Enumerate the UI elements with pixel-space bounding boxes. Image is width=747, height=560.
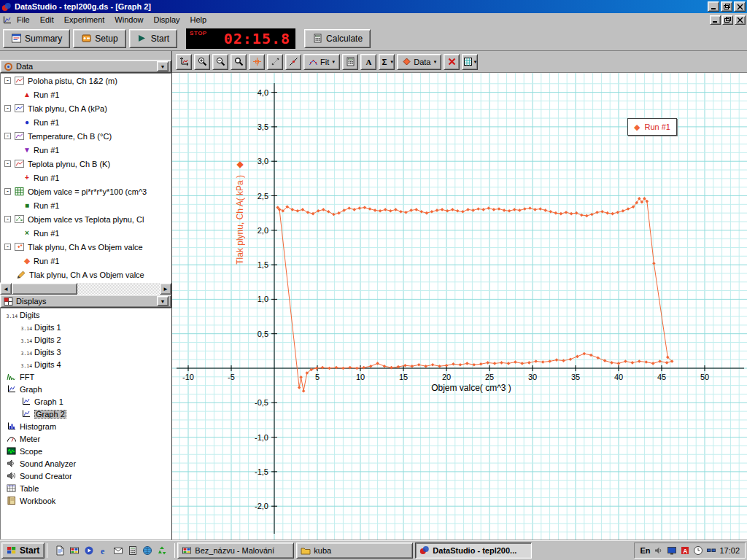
mail-shortcut[interactable] (112, 543, 125, 558)
graph-display[interactable]: -10-551015202530354045504,03,53,02,52,01… (172, 73, 747, 540)
menu-window[interactable]: Window (109, 15, 148, 25)
zoom-select-button[interactable] (231, 54, 247, 70)
display-item-digits-2[interactable]: 3.14Digits 2 (1, 333, 171, 346)
data-source-item[interactable]: -Temperature, Ch B (°C) (1, 129, 171, 143)
note-tool-button[interactable] (267, 54, 283, 70)
minimize-button[interactable] (708, 1, 719, 12)
text-annotation-button[interactable]: A (360, 54, 376, 70)
display-item-fft[interactable]: FFT (1, 370, 171, 383)
display-item-digits[interactable]: 3.14Digits (1, 308, 171, 321)
data-tree-hscrollbar[interactable]: ◄ ► (0, 283, 171, 295)
zoom-in-button[interactable] (194, 54, 210, 70)
graph-settings-button[interactable]: ▼ (462, 54, 478, 70)
network-tray-icon[interactable] (705, 545, 716, 556)
taskbar-clock[interactable]: 17:02 (719, 546, 740, 555)
setup-button[interactable]: Setup (73, 29, 125, 48)
display-item-table[interactable]: Table (1, 482, 171, 494)
run-item[interactable]: ×Run #1 (1, 226, 171, 240)
expand-toggle[interactable]: - (4, 188, 11, 195)
scrollbar-thumb[interactable] (12, 283, 77, 295)
child-minimize-button[interactable] (710, 15, 721, 25)
expand-toggle[interactable]: - (4, 216, 11, 222)
zoom-out-button[interactable] (212, 54, 228, 70)
expand-toggle[interactable]: - (4, 77, 11, 84)
calculator-shortcut[interactable] (126, 543, 139, 558)
browser-shortcut[interactable] (141, 543, 154, 558)
display-item-digits-3[interactable]: 3.14Digits 3 (1, 346, 171, 358)
display-item-graph[interactable]: Graph (1, 383, 171, 395)
summary-button[interactable]: Summary (3, 29, 70, 48)
scale-to-fit-button[interactable] (176, 54, 192, 70)
title-bar[interactable]: DataStudio - tepl200g.ds - [Graph 2] (0, 0, 747, 13)
expand-toggle[interactable]: - (4, 105, 11, 112)
x-axis-label[interactable]: Objem valce( cm^3 ) (406, 383, 537, 393)
menu-experiment[interactable]: Experiment (59, 15, 110, 25)
run-item[interactable]: ▲Run #1 (1, 88, 171, 101)
run-item[interactable]: ▼Run #1 (1, 143, 171, 157)
display-tray-icon[interactable] (666, 545, 677, 556)
data-menu-button[interactable]: Data▼ (397, 54, 441, 70)
display-item-scope[interactable]: Scope (1, 445, 171, 457)
plot-canvas[interactable]: -10-551015202530354045504,03,53,02,52,01… (172, 73, 747, 540)
expand-toggle[interactable]: - (4, 244, 11, 250)
remove-button[interactable] (444, 54, 460, 70)
run-item[interactable]: ■Run #1 (1, 198, 171, 212)
display-item-meter[interactable]: Meter (1, 432, 171, 445)
expand-toggle[interactable]: - (4, 133, 11, 139)
run-item[interactable]: ●Run #1 (1, 115, 171, 129)
internet-explorer-shortcut[interactable]: e (97, 543, 110, 558)
keyboard-layout-indicator[interactable]: En (640, 546, 650, 555)
menu-help[interactable]: Help (185, 15, 212, 25)
data-panel-dropdown-button[interactable]: ▼ (157, 61, 169, 71)
data-source-item[interactable]: -Objem valce = pi*r*r*y*100 (cm^3 (1, 184, 171, 198)
menu-display[interactable]: Display (148, 15, 185, 25)
displays-panel-header[interactable]: Displays ▼ (0, 295, 171, 308)
scroll-right-button[interactable]: ► (160, 283, 171, 295)
task-button-kuba[interactable]: kuba (296, 542, 413, 559)
volume-tray-icon[interactable] (653, 545, 664, 556)
data-source-item[interactable]: -Tlak plynu, Ch A (kPa) (1, 101, 171, 115)
data-source-item[interactable]: -Objem valce vs Teplota plynu, Cl (1, 212, 171, 226)
calculate-button[interactable]: Calculate (304, 29, 371, 48)
document-shortcut[interactable] (53, 543, 66, 558)
antivirus-tray-icon[interactable]: A (679, 545, 690, 556)
task-button-datastudio-tepl200-[interactable]: DataStudio - tepl200... (415, 542, 532, 559)
start-stop-button[interactable]: Start (129, 29, 177, 48)
display-item-histogram[interactable]: Histogram (1, 420, 171, 432)
display-item-graph-2[interactable]: Graph 2 (1, 408, 171, 420)
displays-panel-dropdown-button[interactable]: ▼ (157, 296, 169, 306)
media-player-shortcut[interactable] (82, 543, 96, 558)
menu-edit[interactable]: Edit (35, 15, 59, 25)
start-menu-button[interactable]: Start (1, 542, 44, 559)
slope-tool-button[interactable] (285, 54, 301, 70)
data-source-item[interactable]: Tlak plynu, Ch A vs Objem valce (1, 268, 171, 281)
restore-button[interactable] (721, 1, 732, 12)
display-item-sound-analyzer[interactable]: Sound Analyzer (1, 457, 171, 470)
scrollbar-track[interactable] (12, 283, 160, 295)
smart-tool-button[interactable] (249, 54, 265, 70)
menu-file[interactable]: File (12, 15, 35, 25)
fit-menu-button[interactable]: Fit▼ (303, 54, 340, 70)
calculate-tool-button[interactable] (342, 54, 358, 70)
display-item-digits-4[interactable]: 3.14Digits 4 (1, 358, 171, 370)
task-button-bez-n-zvu-malov-n-[interactable]: Bez_názvu - Malování (177, 542, 294, 559)
paint-shortcut[interactable] (68, 543, 81, 558)
display-item-graph-1[interactable]: Graph 1 (1, 395, 171, 408)
data-source-item[interactable]: -Poloha pistu, Ch 1&2 (m) (1, 74, 171, 88)
y-axis-label[interactable]: ◆ Tlak plynu, Ch A( kPa ) (235, 159, 245, 265)
display-item-sound-creator[interactable]: Sound Creator (1, 470, 171, 482)
legend[interactable]: ◆ Run #1 (627, 118, 677, 136)
scroll-left-button[interactable]: ◄ (0, 283, 12, 295)
series-run1[interactable] (276, 197, 673, 393)
child-close-button[interactable] (735, 15, 746, 25)
recycle-shortcut[interactable] (155, 543, 169, 558)
display-item-digits-1[interactable]: 3.14Digits 1 (1, 321, 171, 333)
data-source-item[interactable]: -Tlak plynu, Ch A vs Objem valce (1, 240, 171, 254)
statistics-menu-button[interactable]: Σ▼ (379, 54, 395, 70)
data-panel-header[interactable]: Data ▼ (0, 60, 171, 73)
close-button[interactable] (734, 1, 746, 12)
run-item[interactable]: +Run #1 (1, 171, 171, 184)
expand-toggle[interactable]: - (4, 160, 11, 167)
run-item[interactable]: ◆Run #1 (1, 254, 171, 268)
data-source-item[interactable]: -Teplota plynu, Ch B (K) (1, 157, 171, 171)
